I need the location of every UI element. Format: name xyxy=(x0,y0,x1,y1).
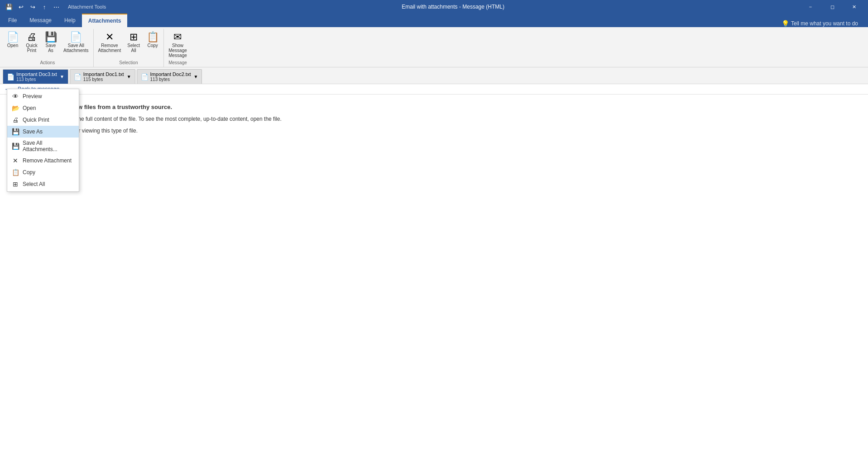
ctx-quick-print[interactable]: 🖨 Quick Print xyxy=(7,114,79,126)
save-all-icon: 📄 xyxy=(70,32,82,42)
show-message-icon: ✉ xyxy=(173,32,182,42)
error-text: No previewer is installed for viewing th… xyxy=(14,128,854,134)
attachment-tools-label: Attachment Tools xyxy=(68,4,106,10)
select-all-label: SelectAll xyxy=(127,43,140,53)
tell-me-label: Tell me what you want to do xyxy=(791,20,858,27)
ctx-save-all-label: Save All Attachments... xyxy=(23,140,74,143)
save-all-btn[interactable]: 📄 Save AllAttach­ments xyxy=(61,31,91,54)
quick-print-label: QuickPrint xyxy=(26,43,38,53)
tab-1-arrow[interactable]: ▼ xyxy=(127,74,131,79)
open-ctx-icon: 📂 xyxy=(12,104,19,112)
minimize-btn[interactable]: − xyxy=(800,0,821,14)
tab-attachments[interactable]: Attachments xyxy=(82,14,128,27)
message-buttons: ✉ ShowMessageMessage xyxy=(166,29,190,59)
save-all-ctx-icon: 💾 xyxy=(12,142,19,143)
save-as-label: SaveAs xyxy=(46,43,56,53)
save-as-icon: 💾 xyxy=(45,32,57,42)
message-group-label: Message xyxy=(166,59,190,67)
warning-text: You should only preview files from a tru… xyxy=(14,104,854,110)
tab-0-arrow[interactable]: ▼ xyxy=(60,74,64,79)
save-all-label: Save AllAttach­ments xyxy=(63,43,89,53)
remove-attachment-btn[interactable]: ✕ RemoveAttach­ment xyxy=(96,31,124,54)
open-btn[interactable]: 📄 Open xyxy=(4,31,22,49)
tell-me-input[interactable]: 💡 Tell me what you want to do xyxy=(776,20,863,27)
save-as-ctx-icon: 💾 xyxy=(12,128,19,135)
copy-btn[interactable]: 📋 Copy xyxy=(144,31,162,49)
ribbon-container: File Message Help Attachments 💡 Tell me … xyxy=(0,14,868,67)
save-as-btn[interactable]: 💾 SaveAs xyxy=(42,31,60,54)
title-bar: 💾 ↩ ↪ ↑ ⋯ Attachment Tools Email with at… xyxy=(0,0,868,14)
restore-btn[interactable]: ◻ xyxy=(822,0,843,14)
close-btn[interactable]: ✕ xyxy=(844,0,864,14)
window-controls: − ◻ ✕ xyxy=(800,0,864,14)
remove-icon: ✕ xyxy=(106,32,114,42)
qa-up-btn[interactable]: ↑ xyxy=(39,1,50,12)
qa-more-btn[interactable]: ⋯ xyxy=(51,1,62,12)
actions-group-label: Actions xyxy=(4,59,91,67)
print-icon: 🖨 xyxy=(27,32,37,42)
ribbon-group-actions: 📄 Open 🖨 QuickPrint 💾 SaveAs 📄 Save AllA… xyxy=(2,29,94,67)
quick-print-btn[interactable]: 🖨 QuickPrint xyxy=(23,31,41,54)
ctx-open[interactable]: 📂 Open xyxy=(7,102,79,114)
ctx-open-label: Open xyxy=(23,105,36,111)
print-ctx-icon: 🖨 xyxy=(12,116,19,124)
tab-message[interactable]: Message xyxy=(23,14,58,27)
tab-2-arrow[interactable]: ▼ xyxy=(193,74,198,79)
attachment-tab-2[interactable]: 📄 Important Doc2.txt 113 bytes ▼ xyxy=(137,69,202,84)
ctx-save-as-label: Save As xyxy=(23,128,43,135)
open-icon: 📄 xyxy=(7,32,19,42)
tab-help[interactable]: Help xyxy=(58,14,82,27)
remove-label: RemoveAttach­ment xyxy=(98,43,121,53)
back-to-message-bar[interactable]: ← ← Back to message xyxy=(0,84,868,95)
attachment-tab-0[interactable]: 📄 Important Doc3.txt 113 bytes ▼ xyxy=(3,69,68,84)
ctx-save-all[interactable]: 💾 Save All Attachments... xyxy=(7,138,79,143)
tab-0-name: Important Doc3.txt xyxy=(16,71,57,77)
show-message-label: ShowMessageMessage xyxy=(168,43,187,58)
tab-file[interactable]: File xyxy=(2,14,23,27)
ribbon-tabs-bar: File Message Help Attachments 💡 Tell me … xyxy=(0,14,868,27)
selection-group-label: Selection xyxy=(96,59,162,67)
info-text: The previewer can't show the full conten… xyxy=(14,116,854,122)
doc-icon-0: 📄 xyxy=(7,73,14,81)
ribbon-content: 📄 Open 🖨 QuickPrint 💾 SaveAs 📄 Save AllA… xyxy=(0,27,868,67)
context-menu: 👁 Preview 📂 Open 🖨 Quick Print 💾 Save As… xyxy=(7,89,79,143)
select-all-icon: ⊞ xyxy=(129,32,138,42)
ctx-preview[interactable]: 👁 Preview xyxy=(7,90,79,102)
show-message-btn[interactable]: ✉ ShowMessageMessage xyxy=(166,31,190,59)
attachment-tabs: 📄 Important Doc3.txt 113 bytes ▼ 📄 Impor… xyxy=(0,67,868,84)
tab-2-name: Important Doc2.txt xyxy=(150,71,191,77)
tab-1-size: 115 bytes xyxy=(83,77,124,82)
qa-save-btn[interactable]: 💾 xyxy=(4,1,14,12)
preview-icon: 👁 xyxy=(12,93,19,100)
ctx-preview-label: Preview xyxy=(23,93,42,100)
copy-icon: 📋 xyxy=(147,32,159,42)
select-all-btn[interactable]: ⊞ SelectAll xyxy=(125,31,143,54)
attachment-tab-1[interactable]: 📄 Important Doc1.txt 115 bytes ▼ xyxy=(70,69,135,84)
main-content: You should only preview files from a tru… xyxy=(0,95,868,143)
tab-0-size: 113 bytes xyxy=(16,77,57,82)
ctx-save-as[interactable]: 💾 Save As xyxy=(7,126,79,138)
tab-2-size: 113 bytes xyxy=(150,77,191,82)
title-bar-left: 💾 ↩ ↪ ↑ ⋯ Attachment Tools xyxy=(4,1,106,12)
quick-access-toolbar: 💾 ↩ ↪ ↑ ⋯ xyxy=(4,1,62,12)
ribbon-group-message: ✉ ShowMessageMessage Message xyxy=(164,29,192,67)
qa-redo-btn[interactable]: ↪ xyxy=(27,1,38,12)
qa-undo-btn[interactable]: ↩ xyxy=(15,1,26,12)
open-label: Open xyxy=(7,43,18,48)
copy-label: Copy xyxy=(148,43,158,48)
window-title: Email with attachments - Message (HTML) xyxy=(106,4,800,10)
actions-buttons: 📄 Open 🖨 QuickPrint 💾 SaveAs 📄 Save AllA… xyxy=(4,29,91,59)
tab-1-name: Important Doc1.txt xyxy=(83,71,124,77)
lightbulb-icon: 💡 xyxy=(782,20,789,27)
ribbon-group-selection: ✕ RemoveAttach­ment ⊞ SelectAll 📋 Copy S… xyxy=(94,29,164,67)
doc-icon-1: 📄 xyxy=(74,73,82,81)
ctx-quick-print-label: Quick Print xyxy=(23,117,49,123)
doc-icon-2: 📄 xyxy=(141,73,149,81)
selection-buttons: ✕ RemoveAttach­ment ⊞ SelectAll 📋 Copy xyxy=(96,29,162,59)
